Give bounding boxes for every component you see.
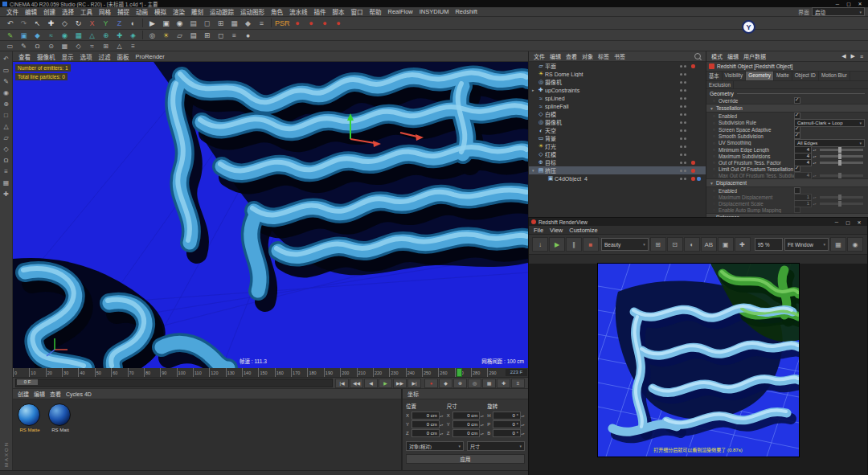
fit-select[interactable]: Fit Window▾ [784, 238, 829, 251]
coord-field[interactable]: P0 °▴▾ [487, 420, 525, 428]
timeline-ruler[interactable]: 0102030405060708090100110120130140150160… [13, 368, 528, 378]
toolbar-icon[interactable]: △ [85, 30, 99, 40]
toolbar-icon[interactable]: ✚ [113, 30, 126, 40]
menu-item[interactable]: 网格 [96, 7, 114, 16]
material-menu-item[interactable]: Cycles 4D [63, 391, 94, 397]
rv-toolbar-icon[interactable]: AB [701, 237, 717, 252]
rv-toolbar-icon[interactable]: ⊡ [667, 237, 683, 252]
oof-factor-row[interactable]: Out of Frustum Tess. Factor 4▴▾ [706, 159, 868, 166]
viewport-menu-item[interactable]: 查看 [15, 52, 34, 61]
coord-field[interactable]: X0 cm▴▾ [406, 412, 444, 420]
visibility-dots[interactable] [680, 73, 691, 76]
object-tag-icon[interactable] [691, 64, 706, 68]
coordinates-tab[interactable]: 坐标 [405, 390, 421, 398]
object-row[interactable]: ◎ 摄像机 [529, 118, 706, 126]
rv-maximize-button[interactable]: ▢ [842, 219, 854, 225]
visibility-dots[interactable] [680, 121, 691, 124]
coord-field[interactable]: H0 °▴▾ [487, 412, 525, 420]
menu-item[interactable]: 创建 [40, 7, 59, 16]
object-row[interactable]: ▤ 挤压 [529, 166, 706, 174]
menu-item[interactable]: 模拟 [151, 7, 170, 16]
ruler-tick[interactable]: 180 [307, 368, 323, 377]
timeline-range-slider[interactable]: 0 F [15, 379, 333, 387]
ruler-tick[interactable]: 120 [209, 368, 225, 377]
visibility-dots[interactable] [680, 113, 691, 116]
menu-item[interactable]: 流水线 [286, 7, 311, 16]
coord-field[interactable]: X0 cm▴▾ [447, 412, 485, 420]
object-row[interactable]: ✚ upConstraints [529, 86, 706, 94]
visibility-dots[interactable] [680, 170, 691, 172]
toolbar-icon[interactable]: ▤ [186, 30, 200, 40]
object-row[interactable]: ⊕ 目标 [529, 158, 706, 166]
attribute-tab[interactable]: Motion Blur [819, 72, 850, 80]
toolbar-icon[interactable]: ✚ [44, 17, 58, 29]
toolbar-icon[interactable]: Ω [31, 41, 44, 51]
transport-button[interactable]: |◀ [335, 379, 349, 388]
visibility-dots[interactable] [680, 89, 691, 92]
ruler-tick[interactable]: 60 [111, 368, 127, 377]
ruler-tick[interactable]: 200 [340, 368, 356, 377]
min-edge-row[interactable]: Minimum Edge Length 4▴▾ [706, 146, 868, 153]
object-tag-icon[interactable] [691, 88, 706, 92]
ruler-tick[interactable]: 40 [78, 368, 94, 377]
menu-item[interactable]: 编辑 [22, 7, 40, 16]
toolbar-icon[interactable]: ⊞ [214, 17, 227, 29]
rv-toolbar-icon[interactable]: ▦ [830, 237, 846, 252]
menu-item[interactable]: 插件 [311, 7, 330, 16]
subdivision-rule-row[interactable]: Subdivision Rule Catmull-Clark + Loop▾ [706, 119, 868, 126]
toolbar-icon[interactable]: ▱ [173, 30, 186, 40]
object-row[interactable]: ◐ 天空 [529, 126, 706, 134]
toolbar-icon[interactable]: ● [305, 17, 318, 29]
object-row[interactable]: ▭ 背景 [529, 134, 706, 142]
mode-icon[interactable]: ▦ [0, 177, 13, 188]
attribute-tab[interactable]: Visibility [723, 72, 747, 80]
om-menu-item[interactable]: 文件 [531, 52, 547, 60]
object-tag-icon[interactable] [691, 129, 706, 133]
geometry-section-header[interactable]: Geometry [706, 89, 868, 97]
displacement-header[interactable]: ▼Displacement [706, 178, 868, 187]
object-tag-icon[interactable] [691, 145, 706, 149]
mode-icon[interactable]: △ [0, 121, 13, 132]
viewport-menu-item[interactable]: 过滤 [96, 52, 114, 61]
max-subdiv-slider[interactable] [820, 155, 863, 158]
transport-button[interactable]: ▶▶ [393, 379, 407, 388]
object-name[interactable]: RS Dome Light [545, 72, 680, 77]
mode-icon[interactable]: ◇ [0, 143, 13, 154]
override-checkbox[interactable] [794, 97, 800, 104]
zoom-select[interactable]: 95 % [755, 238, 783, 251]
subdivision-rule-select[interactable]: Catmull-Clark + Loop▾ [794, 119, 865, 127]
attr-menu-item[interactable]: 编辑 [725, 52, 741, 60]
mode-icon[interactable]: ↶ [0, 53, 13, 64]
ruler-tick[interactable]: 230 [389, 368, 405, 377]
ruler-tick[interactable]: 30 [62, 368, 78, 377]
toolbar-icon[interactable]: PSR [274, 17, 291, 29]
menu-item[interactable]: 动画 [133, 7, 151, 16]
current-frame-handle[interactable]: 0 F [17, 379, 38, 385]
uv-smoothing-row[interactable]: UV Smoothing All Edges▾ [706, 139, 868, 146]
key-button[interactable]: ◆ [439, 379, 452, 388]
visibility-dots[interactable] [680, 81, 691, 84]
coord-field[interactable]: Z0 cm▴▾ [406, 429, 444, 437]
object-name[interactable]: 摄像机 [545, 118, 680, 126]
visibility-dots[interactable] [680, 65, 691, 68]
object-name[interactable]: 目标 [545, 158, 680, 166]
mode-icon[interactable]: ✎ [0, 76, 13, 87]
object-tag-icon[interactable] [691, 104, 706, 109]
close-button[interactable]: ✕ [854, 1, 866, 6]
object-name[interactable]: 背景 [545, 134, 680, 142]
ruler-tick[interactable]: 130 [226, 368, 242, 377]
visibility-dots[interactable] [680, 129, 691, 132]
ruler-tick[interactable]: 20 [46, 368, 62, 377]
toolbar-icon[interactable]: ⊙ [44, 41, 58, 51]
mode-icon[interactable]: ◉ [0, 87, 13, 98]
layout-select[interactable]: 启动▾ [812, 7, 865, 16]
material-menu-item[interactable]: 查看 [47, 390, 63, 398]
menu-item[interactable]: 雕刻 [188, 7, 207, 16]
min-edge-slider[interactable] [820, 149, 863, 151]
object-row[interactable]: ▱ 平面 [529, 62, 706, 70]
transport-button[interactable]: ▶ [379, 379, 392, 388]
coord-field[interactable]: Y0 cm▴▾ [447, 420, 485, 428]
screen-space-row[interactable]: Screen Space Adaptive [706, 126, 868, 133]
material-menu-item[interactable]: 编辑 [31, 390, 47, 398]
displacement-enabled-row[interactable]: Enabled [706, 187, 868, 194]
